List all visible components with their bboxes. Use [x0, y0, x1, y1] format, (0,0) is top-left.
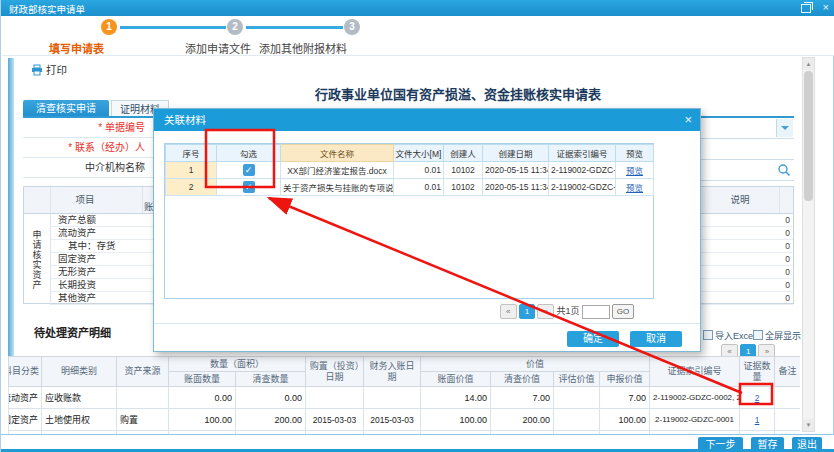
- col-detail: 明细类别: [42, 357, 117, 387]
- cell-source: 购置: [117, 409, 169, 431]
- step-3-circle[interactable]: 3: [344, 19, 360, 35]
- cell-val-check: 7.00: [491, 387, 554, 409]
- cell-detail: 土地使用权: [42, 409, 117, 431]
- apply-row-label: 固定资产: [51, 253, 153, 266]
- current-page[interactable]: 1: [519, 304, 535, 319]
- cell-category: 固定资产: [9, 409, 42, 431]
- mcol-name: 文件名称: [281, 145, 394, 162]
- mcell-check: ✓: [217, 162, 281, 179]
- cell-evidence-idx: 2-119002-GDZC-0001: [650, 409, 740, 431]
- mcell-name[interactable]: XX部门经济鉴定报告.docx: [281, 162, 394, 179]
- page-number-input[interactable]: [582, 305, 610, 319]
- mcell-creator: 10102: [444, 162, 483, 179]
- cell-val-declare: 7.00: [600, 387, 650, 409]
- mcol-check: 勾选: [217, 145, 281, 162]
- apply-item-header: 项目: [50, 187, 120, 213]
- col-val-book: 账面价值: [421, 372, 491, 387]
- col-source: 资产来源: [117, 357, 169, 387]
- col-category: 科目分类: [9, 357, 42, 387]
- apply-table-right: 说明 0 0 0 0 0 0 0: [701, 186, 794, 304]
- cell-qty-check: 200.00: [236, 409, 306, 431]
- scroll-down-icon[interactable]: ▼: [803, 419, 814, 431]
- apply-note-value: 0: [701, 214, 793, 227]
- window-close-icon[interactable]: ×: [823, 1, 829, 13]
- step-2-label[interactable]: 添加申请文件: [185, 40, 251, 56]
- step-3-label[interactable]: 添加其他附报材料: [259, 40, 347, 56]
- modal-table-row: 2 ✓ 关于资产损失与挂账的专项说明.docx 0.01 10102 2020-…: [166, 179, 654, 196]
- mcell-size: 0.01: [394, 179, 444, 196]
- apply-note-value: 0: [701, 292, 793, 305]
- apply-row-label: 资产总额: [51, 214, 153, 227]
- mcol-evidence: 证据索引编号: [549, 145, 616, 162]
- next-page-button[interactable]: »: [537, 304, 554, 319]
- col-qty-group: 数量（面积）: [169, 357, 306, 372]
- mcell-size: 0.01: [394, 162, 444, 179]
- modal-pagination: « 1 » 共1页 GO: [500, 304, 634, 319]
- modal-table-row: 1 ✓ XX部门经济鉴定报告.docx 0.01 10102 2020-05-1…: [166, 162, 654, 179]
- cell-purchase-date: 2015-03-03: [306, 409, 364, 431]
- mcol-creator: 创建人: [444, 145, 483, 162]
- preview-link[interactable]: 预览: [626, 166, 643, 176]
- import-excel-button[interactable]: 导入Excel: [703, 329, 755, 342]
- go-button[interactable]: GO: [612, 304, 634, 319]
- prev-page-button[interactable]: «: [500, 304, 517, 319]
- cell-source[interactable]: [117, 387, 169, 409]
- fullscreen-button[interactable]: 全屏显示: [753, 329, 801, 342]
- scrollbar-thumb[interactable]: [804, 71, 813, 201]
- footer-bar: 下一步 暂存 退出: [1, 434, 834, 450]
- col-val-eval: 评估价值: [554, 372, 600, 387]
- restore-icon[interactable]: [801, 4, 811, 13]
- confirm-button[interactable]: 确定: [567, 331, 619, 347]
- search-icon[interactable]: [777, 163, 791, 177]
- step-1-circle[interactable]: 1: [101, 19, 117, 35]
- apply-note-value: 0: [701, 279, 793, 292]
- cell-detail: 应收账款: [42, 387, 117, 409]
- chevron-down-icon[interactable]: [776, 119, 793, 137]
- cell-val-declare: 100.00: [600, 409, 650, 431]
- cell-qty-check: 0.00: [236, 387, 306, 409]
- step-1-label[interactable]: 填写申请表: [49, 40, 104, 56]
- mcell-evidence: 2-119002-GDZC-00: [549, 162, 616, 179]
- step-line-2: [246, 26, 343, 29]
- mcell-name[interactable]: 关于资产损失与挂账的专项说明.docx: [281, 179, 394, 196]
- cell-finance-date: 2015-03-03: [364, 409, 421, 431]
- preview-link[interactable]: 预览: [626, 183, 643, 193]
- evidence-count-link[interactable]: 2: [755, 393, 760, 403]
- excel-icon: [703, 330, 713, 340]
- print-label: 打印: [46, 64, 67, 76]
- evidence-count-link[interactable]: 1: [755, 415, 760, 425]
- doc-no-label: * 单据编号: [23, 118, 153, 138]
- col-qty-book: 账面数量: [169, 372, 236, 387]
- cell-finance-date: [364, 387, 421, 409]
- agency-input[interactable]: [701, 160, 794, 181]
- apply-group-label: 申请核实资产: [24, 214, 51, 305]
- step-bar: 1 2 3 填写申请表 添加申请文件 添加其他附报材料: [2, 16, 834, 56]
- modal-close-icon[interactable]: ×: [684, 109, 692, 131]
- cell-val-eval[interactable]: [554, 409, 600, 431]
- cell-evidence-idx: 2-119002-GDZC-0002, 2-: [650, 387, 740, 409]
- checkbox-checked[interactable]: ✓: [243, 164, 255, 176]
- modal-titlebar: 关联材料 ×: [154, 109, 700, 131]
- window-title: 财政部核实申请单: [9, 2, 85, 16]
- cell-remark: [775, 387, 800, 409]
- doc-no-input[interactable]: [701, 118, 794, 139]
- contact-label: * 联系（经办）人: [23, 138, 153, 158]
- modal-separator: [154, 323, 700, 324]
- apply-note-value: 0: [701, 266, 793, 279]
- checkbox-checked[interactable]: ✓: [243, 181, 255, 193]
- cell-val-check: 200.00: [491, 409, 554, 431]
- contact-input[interactable]: [701, 139, 794, 160]
- cell-qty-book: 0.00: [169, 387, 236, 409]
- mcell-no: 1: [166, 162, 217, 179]
- mcol-date: 创建日期: [483, 145, 549, 162]
- col-value-group: 价值: [421, 357, 650, 372]
- cell-val-eval[interactable]: [554, 387, 600, 409]
- step-2-circle[interactable]: 2: [227, 19, 243, 35]
- print-button[interactable]: 打印: [31, 62, 67, 76]
- apply-note-header: 说明: [701, 187, 779, 213]
- scroll-up-icon[interactable]: ▲: [803, 58, 814, 70]
- mcell-preview: 预览: [616, 179, 654, 196]
- main-scrollbar[interactable]: ▲ ▼: [802, 57, 815, 432]
- cancel-button[interactable]: 取消: [630, 331, 682, 347]
- mcell-preview: 预览: [616, 162, 654, 179]
